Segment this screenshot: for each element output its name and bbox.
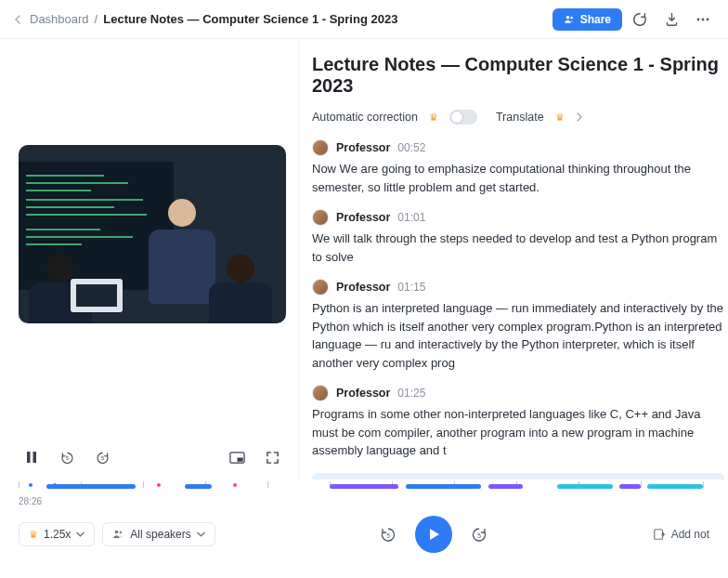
speaker-avatar: [312, 209, 329, 226]
main: 5 5 Lecture Notes — Computer Science 1 -…: [0, 39, 728, 479]
svg-point-3: [702, 18, 705, 20]
breadcrumb-root[interactable]: Dashboard: [30, 12, 89, 26]
svg-point-4: [707, 18, 709, 20]
speaker-name: Professor: [336, 281, 390, 294]
translate-label: Translate: [496, 111, 544, 124]
speaker-avatar: [312, 385, 329, 401]
video-column: 5 5: [0, 39, 299, 479]
speakers-filter-button[interactable]: All speakers: [102, 522, 214, 546]
breadcrumb-separator: /: [95, 12, 98, 26]
speakers-filter-label: All speakers: [130, 528, 190, 541]
timeline-track[interactable]: [19, 479, 709, 494]
playback-speed-label: 1.25x: [44, 528, 71, 541]
speaker-name: Professor: [336, 387, 390, 400]
segment-timestamp: 01:15: [397, 281, 425, 294]
speaker-name: Professor: [336, 211, 390, 224]
play-button[interactable]: [415, 516, 452, 553]
share-button-label: Share: [580, 13, 611, 26]
pause-button[interactable]: [20, 446, 43, 468]
svg-point-12: [120, 532, 123, 534]
header: Dashboard / Lecture Notes — Computer Sci…: [0, 0, 728, 39]
crown-icon: ♛: [29, 529, 38, 541]
seek-forward-button[interactable]: 5: [469, 524, 489, 545]
transcript-segment[interactable]: Professor 00:52 Now We are going to emph…: [312, 139, 728, 204]
note-plus-icon: [653, 528, 666, 541]
document-title: Lecture Notes — Computer Science 1 - Spr…: [312, 54, 728, 97]
breadcrumb-current: Lecture Notes — Computer Science 1 - Spr…: [103, 12, 397, 26]
chevron-right-icon[interactable]: [576, 112, 583, 122]
svg-rect-10: [237, 457, 242, 461]
speaker-avatar: [312, 139, 329, 156]
fullscreen-button[interactable]: [261, 446, 283, 468]
transcript-segment[interactable]: Professor 01:25 Programs in some other n…: [312, 385, 728, 467]
segment-timestamp: 01:01: [397, 211, 425, 224]
refresh-button[interactable]: [626, 6, 654, 33]
play-icon: [426, 527, 441, 542]
segment-text: Python is an interpreted language — run …: [312, 299, 728, 372]
people-icon: [564, 14, 575, 25]
share-button[interactable]: Share: [552, 8, 622, 31]
svg-text:5: 5: [386, 532, 390, 539]
transcript-list: Professor 00:52 Now We are going to emph…: [312, 139, 728, 479]
svg-point-1: [570, 16, 573, 19]
transcript-segment[interactable]: Professor 01:15 Python is an interpreted…: [312, 279, 728, 379]
crown-icon: ♛: [555, 112, 565, 124]
transcript-column: Lecture Notes — Computer Science 1 - Spr…: [299, 39, 728, 479]
segment-timestamp: 01:25: [397, 387, 425, 400]
timeline-current-time: 28:26: [19, 496, 709, 506]
chevron-down-icon: [76, 532, 84, 537]
segment-timestamp: 00:52: [397, 141, 425, 154]
speaker-avatar: [312, 279, 329, 296]
transcript-segment[interactable]: Professor 01:01 We will talk through the…: [312, 209, 728, 273]
segment-text: We will talk through the steps needed to…: [312, 230, 728, 266]
segment-text: Now We are going to emphasize computatio…: [312, 160, 728, 196]
playback-speed-button[interactable]: ♛ 1.25x: [19, 522, 95, 546]
pip-button[interactable]: [226, 446, 248, 468]
transcript-segment[interactable]: Professor 01:40 In both cases, we write …: [312, 473, 724, 480]
svg-text:5: 5: [65, 455, 68, 461]
people-icon: [112, 529, 124, 540]
add-note-button[interactable]: Add not: [653, 528, 709, 541]
svg-point-0: [566, 15, 569, 19]
segment-text: Programs in some other non-interpreted l…: [312, 405, 728, 460]
svg-point-2: [697, 18, 700, 20]
options-row: Automatic correction ♛ Translate ♛: [312, 110, 728, 125]
seek-back-button[interactable]: 5: [378, 524, 398, 545]
svg-text:5: 5: [100, 455, 103, 461]
download-button[interactable]: [657, 6, 685, 33]
speaker-name: Professor: [336, 141, 390, 154]
auto-correction-toggle[interactable]: [449, 110, 477, 125]
svg-text:5: 5: [477, 532, 481, 539]
forward-5-button[interactable]: 5: [91, 446, 113, 468]
footer-controls: ♛ 1.25x All speakers 5 5 Add not: [0, 506, 728, 562]
more-button[interactable]: [689, 6, 717, 33]
svg-point-11: [115, 531, 119, 534]
rewind-5-button[interactable]: 5: [56, 446, 78, 468]
video-preview[interactable]: [19, 145, 286, 323]
chevron-down-icon: [197, 532, 205, 537]
collapse-sidebar-button[interactable]: [11, 13, 24, 26]
add-note-label: Add not: [671, 528, 709, 541]
auto-correction-label: Automatic correction: [312, 111, 418, 124]
svg-rect-5: [27, 452, 31, 463]
svg-rect-6: [33, 452, 37, 463]
timeline-section: 28:26: [0, 479, 728, 506]
video-controls: 5 5: [19, 446, 285, 470]
crown-icon: ♛: [429, 112, 438, 124]
